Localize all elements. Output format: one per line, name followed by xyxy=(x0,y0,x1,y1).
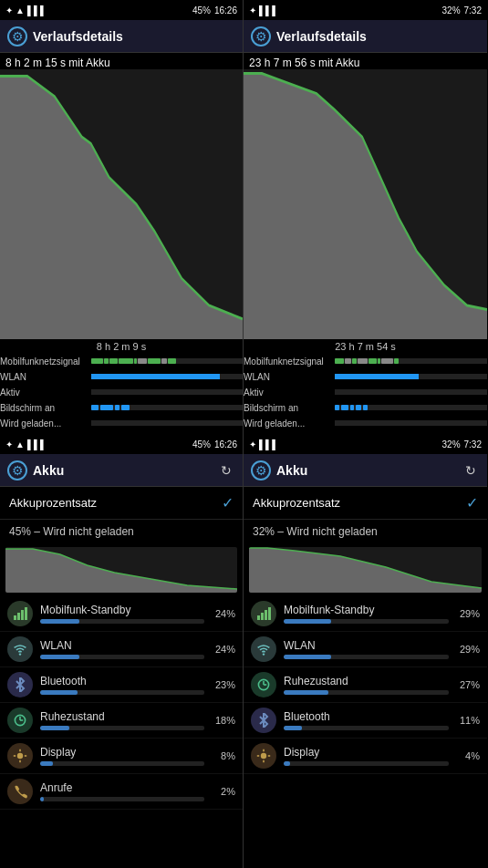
usage-text-ruhezustand-right: Ruhezustand xyxy=(284,675,449,695)
sig-icon-bottom-right: ▌▌▌ xyxy=(259,439,278,450)
time-right-bottom: 7:32 xyxy=(464,439,482,450)
mobilfunk-bar-right xyxy=(335,358,487,364)
svg-marker-1 xyxy=(244,73,487,339)
akkuprozentsatz-label-right: Akkuprozentsatz xyxy=(253,496,340,510)
usage-item-display-right: Display 4% xyxy=(244,739,487,774)
refresh-icon-left-bottom[interactable]: ↻ xyxy=(217,461,235,480)
anrufe-name-left: Anrufe xyxy=(40,781,204,794)
bluetooth-pct-right: 11% xyxy=(454,715,480,726)
right-bottom-statusbar-right: 32% 7:32 xyxy=(442,439,482,450)
wifi-icon-bottom-left: ▲ xyxy=(16,439,25,450)
left-bottom-panel: ✦ ▲ ▌▌▌ 45% 16:26 Akku ↻ Akkuprozentsatz… xyxy=(0,434,244,868)
left-top-statusbar-left-icons: ✦ ▲ ▌▌▌ xyxy=(5,5,47,16)
usage-text-bluetooth-left: Bluetooth xyxy=(40,675,204,695)
svg-rect-6 xyxy=(25,607,27,620)
usage-item-wlan-left: WLAN 24% xyxy=(0,632,243,667)
sleep-icon-left xyxy=(7,708,33,733)
mini-chart-left: 8 h 2 m 15 s mit Akku xyxy=(5,547,237,593)
signal-icon-left xyxy=(7,601,33,626)
left-top-stat-aktiv: Aktiv xyxy=(0,386,243,398)
sleep-icon-right xyxy=(251,672,276,698)
ruhezustand-pct-left: 18% xyxy=(210,715,235,726)
mobilfunk-pct-left: 24% xyxy=(210,608,235,619)
wlan-bar-fill-left xyxy=(40,655,79,659)
usage-item-mobilfunk-left: Mobilfunk-Standby 24% xyxy=(0,596,243,632)
ruhezustand-bar-fill-right xyxy=(284,690,328,695)
usage-text-mobilfunk-right: Mobilfunk-Standby xyxy=(284,604,449,624)
battery-right-bottom: 32% xyxy=(442,439,461,450)
wlan-pct-left: 24% xyxy=(210,644,235,655)
anrufe-bar-bg-left xyxy=(40,797,204,801)
wifi-icon-left-bottom xyxy=(7,636,33,662)
left-top-stat-mobilfunk: Mobilfunknetzsignal xyxy=(0,355,243,367)
bildschirm-label-left: Bildschirm an xyxy=(0,403,91,413)
bt-icon-bottom-left: ✦ xyxy=(5,439,13,450)
left-top-stat-laden: Wird geladen... xyxy=(0,417,243,429)
right-top-stat-mobilfunk: Mobilfunknetzsignal xyxy=(244,355,487,367)
laden-label-left: Wird geladen... xyxy=(0,418,91,429)
svg-rect-19 xyxy=(265,610,267,620)
wifi-icon-right-bottom xyxy=(251,636,276,662)
right-top-duration: 23 h 7 m 56 s mit Akku xyxy=(244,53,487,69)
time-left-top: 16:26 xyxy=(214,5,237,16)
right-bottom-statusbar-left: ✦ ▌▌▌ xyxy=(249,439,278,450)
display-name-left: Display xyxy=(40,746,204,759)
display-bar-fill-left xyxy=(40,761,53,766)
mobilfunk-bar-bg-left xyxy=(40,619,204,624)
right-top-title: Verlaufsdetails xyxy=(276,29,367,44)
right-bottom-content: Akkuprozentsatz ✓ 32% – Wird nicht gelad… xyxy=(244,487,487,868)
battery-status-left: 45% – Wird nicht geladen xyxy=(0,520,243,543)
left-top-statusbar: ✦ ▲ ▌▌▌ 45% 16:26 xyxy=(0,0,243,20)
left-top-panel: ✦ ▲ ▌▌▌ 45% 16:26 Verlaufsdetails 8 h 2 … xyxy=(0,0,244,434)
akkuprozentsatz-label-left: Akkuprozentsatz xyxy=(9,496,97,510)
right-top-statusbar: ✦ ▌▌▌ 32% 7:32 xyxy=(244,0,487,20)
bluetooth-icon-top-right: ✦ xyxy=(249,5,256,16)
bluetooth-icon-right-bottom xyxy=(251,708,276,733)
ruhezustand-bar-bg-right xyxy=(284,690,449,695)
mobilfunk-pct-right: 29% xyxy=(454,608,480,619)
aktiv-bar-right xyxy=(335,389,487,395)
bildschirm-bar-right xyxy=(335,405,487,410)
wlan-name-right-bottom: WLAN xyxy=(284,639,449,652)
mobilfunk-name-left: Mobilfunk-Standby xyxy=(40,604,204,616)
wlan-label-left: WLAN xyxy=(0,372,91,382)
aktiv-label-left: Aktiv xyxy=(0,388,91,398)
gear-icon-left-bottom xyxy=(7,460,27,480)
wlan-pct-right: 29% xyxy=(454,644,480,655)
left-top-header: Verlaufsdetails xyxy=(0,20,243,53)
left-bottom-content: Akkuprozentsatz ✓ 45% – Wird nicht gelad… xyxy=(0,487,243,868)
display-icon-right xyxy=(251,743,276,769)
akkuprozentsatz-row-left[interactable]: Akkuprozentsatz ✓ xyxy=(0,487,243,520)
ruhezustand-name-right: Ruhezustand xyxy=(284,675,449,687)
anrufe-pct-left: 2% xyxy=(210,786,235,797)
mobilfunk-label-right: Mobilfunknetzsignal xyxy=(244,356,335,367)
top-half: ✦ ▲ ▌▌▌ 45% 16:26 Verlaufsdetails 8 h 2 … xyxy=(0,0,488,434)
left-top-title: Verlaufsdetails xyxy=(33,29,123,44)
right-top-stat-laden: Wird geladen... xyxy=(244,417,487,429)
left-top-duration: 8 h 2 m 15 s mit Akku xyxy=(0,53,243,69)
display-name-right: Display xyxy=(284,746,449,759)
left-bottom-statusbar: ✦ ▲ ▌▌▌ 45% 16:26 xyxy=(0,434,243,454)
right-bottom-header-left: Akku xyxy=(251,460,307,480)
usage-item-ruhezustand-right: Ruhezustand 27% xyxy=(244,667,487,703)
left-top-chart xyxy=(0,69,243,339)
refresh-icon-right-bottom[interactable]: ↻ xyxy=(462,461,480,480)
right-top-panel: ✦ ▌▌▌ 32% 7:32 Verlaufsdetails 23 h 7 m … xyxy=(244,0,487,434)
usage-text-wlan-left: WLAN xyxy=(40,639,204,659)
display-bar-bg-right xyxy=(284,761,449,766)
left-bottom-header: Akku ↻ xyxy=(0,454,243,487)
check-mark-left: ✓ xyxy=(222,494,234,512)
left-top-stat-wlan: WLAN xyxy=(0,370,243,383)
right-bottom-header: Akku ↻ xyxy=(244,454,487,487)
usage-item-bluetooth-right: Bluetooth 11% xyxy=(244,703,487,739)
svg-marker-16 xyxy=(249,548,482,593)
right-top-stats: 23 h 7 m 54 s Mobilfunknetzsignal xyxy=(244,339,487,434)
svg-marker-0 xyxy=(0,76,243,339)
time-left-bottom: 16:26 xyxy=(214,439,237,450)
mobilfunk-bar-bg-right xyxy=(284,619,449,624)
wlan-bar-bg-left xyxy=(40,655,204,659)
left-bottom-statusbar-right: 45% 16:26 xyxy=(192,439,237,450)
usage-item-bluetooth-left: Bluetooth 23% xyxy=(0,667,243,703)
usage-text-bluetooth-right: Bluetooth xyxy=(284,710,449,730)
akkuprozentsatz-row-right[interactable]: Akkuprozentsatz ✓ xyxy=(244,487,487,520)
